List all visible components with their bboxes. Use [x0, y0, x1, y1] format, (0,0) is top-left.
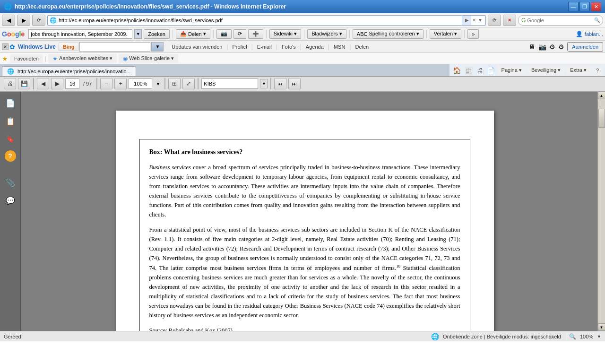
active-tab[interactable]: 🌐 http://ec.europa.eu/enterprise/policie…: [2, 66, 136, 76]
windows-live-butterfly-icon: ✿: [9, 43, 15, 51]
pdf-dest-input[interactable]: [201, 78, 258, 89]
status-zoom-dropdown-icon[interactable]: ▼: [597, 334, 601, 339]
search-input[interactable]: [527, 17, 594, 23]
main-layout: 📄 📋 🔖 ? 📎 💬 Box: What are business servi…: [0, 92, 605, 331]
spell-icon: ABC: [357, 31, 368, 37]
webslice-button[interactable]: ◉ Web Slice-galerie ▾: [119, 54, 178, 63]
pdf-save-icon: 💾: [21, 80, 28, 87]
pdf-text-box: Box: What are business services? Busines…: [139, 139, 470, 331]
wl-search-input[interactable]: [79, 42, 150, 52]
google-search-icon: G: [521, 17, 526, 24]
google-dropdown-button[interactable]: ▼: [134, 29, 142, 39]
pdf-save-button[interactable]: 💾: [18, 78, 30, 89]
pdf-signatures-icon[interactable]: 🔖: [4, 132, 17, 146]
box-para-2-rest: Statistical classification problems conc…: [149, 265, 460, 319]
vertalen-button[interactable]: Vertalen ▾: [430, 29, 461, 39]
pdf-zoom-in-button[interactable]: +: [114, 78, 127, 89]
back-button[interactable]: ◀: [2, 15, 15, 26]
pdf-first-icon: ⏮: [278, 81, 283, 87]
wl-search-dropdown-button[interactable]: ▼: [151, 42, 164, 52]
wl-updates-link[interactable]: Updates van vrienden: [168, 43, 225, 51]
pdf-question-icon[interactable]: ?: [5, 150, 16, 162]
beveiliging-button[interactable]: Beveiliging ▾: [527, 66, 565, 75]
scroll-up-button[interactable]: ▲: [598, 92, 605, 99]
wl-msn-link[interactable]: MSN: [330, 43, 348, 51]
pdf-zoom-dropdown-button[interactable]: ▼: [154, 80, 162, 87]
pdf-dest-dropdown-button[interactable]: ▼: [260, 79, 268, 88]
right-scrollbar: ▲ ▼: [597, 92, 605, 331]
pdf-expand-button[interactable]: ⤢: [182, 78, 195, 89]
pdf-fit-button[interactable]: ⊞: [168, 78, 181, 89]
page-cmd-icon[interactable]: 📄: [485, 67, 496, 74]
pagina-button[interactable]: Pagina ▾: [497, 66, 526, 75]
address-box[interactable]: 🌐 http://ec.europa.eu/enterprise/policie…: [47, 15, 486, 26]
pdf-pages-icon[interactable]: 📄: [4, 96, 17, 110]
rss-button[interactable]: ⟳: [488, 15, 501, 26]
help-button[interactable]: ?: [592, 66, 603, 75]
refresh-google-button[interactable]: ⟳: [233, 29, 246, 39]
pdf-print-button[interactable]: 🖨: [4, 78, 16, 89]
zoeken-button[interactable]: Zoeken: [144, 29, 170, 39]
bing-button[interactable]: Bing: [59, 43, 78, 51]
status-bar: Gereed 🌐 Onbekende zone | Beveiligde mod…: [0, 331, 605, 341]
wl-aanmelden-button[interactable]: Aanmelden: [567, 42, 603, 52]
pdf-page-input[interactable]: [65, 78, 79, 89]
spelling-button[interactable]: ABC Spelling controleren ▾: [353, 29, 424, 39]
pdf-toolbar: 🖨 💾 ◀ ▶ / 97 – + ▼ ⊞ ⤢ ▼ ⏮ ⏭: [0, 77, 605, 92]
pdf-first-page-button[interactable]: ⏮: [274, 78, 286, 89]
camera-button[interactable]: 📷: [216, 29, 232, 39]
wl-agenda-link[interactable]: Agenda: [302, 43, 327, 51]
search-box[interactable]: G 🔍: [518, 15, 603, 26]
pdf-bookmarks-icon[interactable]: 📋: [4, 114, 17, 128]
print-cmd-icon[interactable]: 🖨: [475, 67, 484, 74]
wl-email-link[interactable]: E-mail: [254, 43, 275, 51]
title-bar: 🌐 http://ec.europa.eu/enterprise/policie…: [0, 0, 605, 13]
toolbar-sep-4: [304, 30, 304, 38]
rss-cmd-icon[interactable]: 📰: [463, 67, 474, 74]
pdf-last-page-button[interactable]: ⏭: [288, 78, 301, 89]
extra-button[interactable]: Extra ▾: [566, 66, 591, 75]
pdf-attach-icon[interactable]: 📎: [4, 176, 17, 189]
pdf-page-total: / 97: [81, 81, 94, 87]
bladwijzers-button[interactable]: Bladwijzers ▾: [307, 29, 346, 39]
close-tab-button[interactable]: ✕: [503, 15, 516, 26]
minimize-button[interactable]: —: [568, 2, 579, 11]
pdf-prev-button[interactable]: ◀: [37, 78, 49, 89]
sidewiki-button[interactable]: Sidewiki ▾: [269, 29, 301, 39]
forward-button[interactable]: ▶: [17, 15, 30, 26]
scroll-track[interactable]: [598, 99, 605, 323]
wl-profiel-link[interactable]: Profiel: [229, 43, 251, 51]
pdf-zoom-out-button[interactable]: –: [100, 78, 112, 89]
wl-fotos-link[interactable]: Foto's: [278, 43, 299, 51]
toolbar-sep-6: [426, 30, 427, 38]
refresh-address-button[interactable]: ✕: [471, 17, 477, 23]
address-bar-row: ◀ ▶ ⟳ 🌐 http://ec.europa.eu/enterprise/p…: [0, 13, 605, 27]
pdf-print-icon: 🖨: [7, 80, 13, 87]
pdf-comments-icon[interactable]: 💬: [4, 194, 17, 207]
home-icon[interactable]: 🏠: [451, 67, 462, 74]
deel-button[interactable]: 📤 Delen ▾: [176, 29, 210, 39]
pdf-zoom-input[interactable]: [129, 78, 152, 89]
wl-nav-links: Updates van vrienden | Profiel | E-mail …: [168, 43, 372, 51]
maximize-button[interactable]: ❐: [579, 2, 590, 11]
page-icon: 🌐: [50, 17, 57, 24]
search-go-icon: 🔍: [594, 17, 600, 23]
dropdown-address-button[interactable]: ▼: [477, 17, 484, 23]
wl-delen-link[interactable]: Delen: [352, 43, 372, 51]
address-go-button[interactable]: ▶: [462, 15, 471, 26]
aanbevolen-button[interactable]: ★ Aanbevolen websites ▾: [48, 54, 117, 63]
plus-button[interactable]: ➕: [248, 29, 263, 39]
close-button[interactable]: ✕: [591, 2, 601, 11]
scroll-thumb[interactable]: [598, 109, 605, 128]
scroll-down-button[interactable]: ▼: [598, 323, 605, 331]
favorieten-button[interactable]: Favorieten: [10, 54, 43, 63]
box-italic-term: Business services: [149, 164, 191, 171]
google-search-input[interactable]: [28, 29, 132, 39]
pdf-next-button[interactable]: ▶: [51, 78, 63, 89]
wl-close-button[interactable]: ✕: [2, 43, 9, 50]
refresh-icon: ⟳: [238, 31, 242, 37]
wl-settings-button[interactable]: ⚙: [558, 43, 564, 51]
toolbar-sep-2: [213, 30, 214, 38]
refresh-button[interactable]: ⟳: [32, 15, 45, 26]
more-google-button[interactable]: »: [467, 29, 479, 39]
